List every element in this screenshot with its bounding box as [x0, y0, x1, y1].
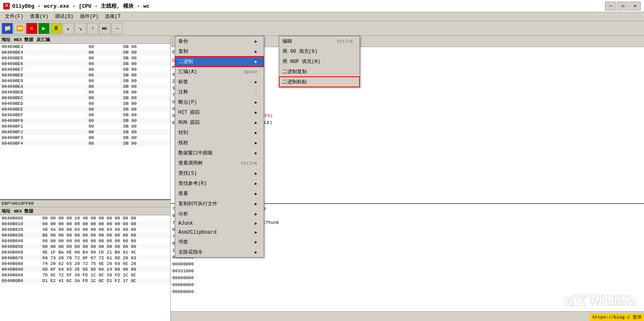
- hex-row[interactable]: 0040B070 69 73 20 70 72 6F 67 72 61 6D 2…: [0, 255, 170, 261]
- ebp-status: EBP=0019FF80: [0, 200, 170, 207]
- context-menu-item[interactable]: HIT 跟踪 ▶: [175, 107, 264, 117]
- context-menu-item[interactable]: 标签 : ▶: [175, 77, 264, 87]
- stack-row: 00000000: [172, 282, 642, 288]
- hex-row[interactable]: 0040B000 00 00 00 00 10 40 00 00 00 00 0…: [0, 215, 170, 221]
- context-menu-item[interactable]: Asm2Clipboard ▶: [175, 228, 264, 237]
- disasm-row[interactable]: 00409BEF 00 DB 00: [0, 112, 170, 118]
- window-controls[interactable]: ─ ▭ ✕: [605, 2, 641, 11]
- context-menu-item[interactable]: 复制到可执行文件 ▶: [175, 199, 264, 209]
- cm-item-right: : ▶: [241, 79, 257, 85]
- menu-plugins[interactable]: 插件(P): [77, 12, 102, 21]
- url-badge: https://blog.c 暂停: [590, 313, 644, 321]
- context-menu-item[interactable]: 备份 ▶: [175, 36, 264, 46]
- disasm-row[interactable]: 00409BE5 00 DB 00: [0, 55, 170, 61]
- context-menu-item[interactable]: 书签 ▶: [175, 237, 264, 247]
- toolbar-open[interactable]: 📁: [2, 23, 13, 34]
- minimize-button[interactable]: ─: [605, 2, 616, 11]
- context-menu-item[interactable]: RUN 跟踪 ▶: [175, 117, 264, 128]
- cm-item-label: 分析: [178, 210, 188, 217]
- toolbar-stop[interactable]: ✕: [26, 23, 37, 34]
- menu-file[interactable]: 文件(F): [2, 12, 27, 21]
- toolbar-step-in[interactable]: ↙: [63, 23, 74, 34]
- menu-view[interactable]: 查看(V): [27, 12, 52, 21]
- disasm-row[interactable]: 00409BE7 00 DB 00: [0, 67, 170, 72]
- toolbar-step-out[interactable]: ↑: [87, 23, 98, 34]
- disasm-row[interactable]: 00409BEB 00 DB 00: [0, 89, 170, 95]
- hex-row[interactable]: 0040B050 00 00 00 00 00 00 00 00 00 00 0…: [0, 244, 170, 249]
- maximize-button[interactable]: ▭: [617, 2, 629, 11]
- disasm-row[interactable]: 00409BF3 00 DB 00: [0, 135, 170, 141]
- hex-row-data: B8 00 00 00 00 00 00 00 00 00 00 00: [41, 232, 170, 238]
- cm-item-right: ▶: [255, 130, 257, 136]
- context-menu-item[interactable]: 注释 ;: [175, 87, 264, 97]
- stack-addr: 00000000: [172, 288, 201, 295]
- disasm-col-asm: 反汇编: [37, 37, 50, 43]
- context-menu-item[interactable]: 转到 ▶: [175, 128, 264, 138]
- hex-row[interactable]: 0040B060 0E 1F BA 0E 00 B4 09 CD 21 B8 0…: [0, 249, 170, 255]
- toolbar-back[interactable]: ⏪: [14, 23, 25, 34]
- toolbar-step-over[interactable]: ↘: [75, 23, 86, 34]
- cm-item-right: ▶: [255, 230, 257, 235]
- disasm-row[interactable]: 00409BE4 00 DB 00: [0, 50, 170, 55]
- disasm-asm: DB 00: [121, 95, 170, 101]
- cm-item-right: Space: [236, 69, 257, 75]
- disasm-row[interactable]: 00409BEA 00 DB 00: [0, 84, 170, 89]
- context-menu-item[interactable]: 查看 ▶: [175, 189, 264, 199]
- menu-debug[interactable]: 调试(D): [52, 12, 77, 21]
- disasm-row[interactable]: 00409BE9 00 DB 00: [0, 78, 170, 84]
- context-menu-item[interactable]: 线程 ▶: [175, 138, 264, 148]
- context-menu-item[interactable]: 数据窗口中跟随 ▶: [175, 148, 264, 158]
- hex-row-addr: 0040B010: [0, 221, 41, 227]
- disasm-row[interactable]: 00409BE6 00 DB 00: [0, 61, 170, 67]
- cm-item-label: RUN 跟踪: [178, 119, 200, 126]
- ebp-value: EBP=0019FF80: [2, 201, 34, 206]
- context-menu-item[interactable]: 二进制 ▶: [175, 56, 264, 67]
- disasm-row[interactable]: 00409BE8 00 DB 00: [0, 72, 170, 78]
- context-menu-item[interactable]: 查找参考(R) ▶: [175, 178, 264, 189]
- hex-row[interactable]: 0040B030 B8 00 00 00 00 00 00 00 00 00 0…: [0, 232, 170, 238]
- disasm-asm: DB 00: [121, 44, 170, 50]
- disasm-row[interactable]: 00409BE3 00 DB 00: [0, 44, 170, 50]
- toolbar-pause[interactable]: ⏸: [50, 23, 62, 34]
- hex-row[interactable]: 0040B0B0 D1 E2 41 0C 3A FD 1C 0C D1 F2 1…: [0, 278, 170, 284]
- hex-row[interactable]: 0040B010 00 00 00 00 00 00 00 00 00 00 0…: [0, 221, 170, 227]
- context-menu-item[interactable]: AJunk ▶: [175, 219, 264, 228]
- disasm-row[interactable]: 00409BF4 00 DB 00: [0, 141, 170, 146]
- hex-row-addr: 0040B0A0: [0, 272, 41, 278]
- hex-row-data: 4D 5A 90 00 03 00 00 00 04 00 00 00: [41, 227, 170, 232]
- disasm-row[interactable]: 00409BF1 00 DB 00: [0, 124, 170, 129]
- close-button[interactable]: ✕: [629, 2, 641, 11]
- disasm-asm: DB 00: [121, 61, 170, 67]
- disasm-row[interactable]: 00409BF0 00 DB 00: [0, 118, 170, 124]
- disasm-row[interactable]: 00409BEC 00 DB 00: [0, 95, 170, 101]
- cm-item-label: 书签: [178, 239, 188, 245]
- hex-row[interactable]: 0040B020 4D 5A 90 00 03 00 00 00 04 00 0…: [0, 227, 170, 232]
- disasm-addr: 00409BEB: [0, 89, 87, 95]
- toolbar-run[interactable]: ▶: [38, 23, 50, 34]
- hex-row[interactable]: 0040B080 74 20 62 65 20 72 75 6E 20 69 6…: [0, 261, 170, 267]
- stack-row: 00331000: [172, 268, 642, 275]
- toolbar-trace[interactable]: ⏭: [99, 23, 111, 34]
- hex-row[interactable]: 0040B040 00 00 00 00 00 00 00 00 00 00 0…: [0, 238, 170, 244]
- cm-item-label: 查找参考(R): [178, 180, 207, 187]
- menu-options[interactable]: 选项(T: [102, 12, 124, 21]
- hex-row[interactable]: 0040B090 6D 6F 64 65 2E 0D 0D 0A 24 00 0…: [0, 267, 170, 272]
- hex-row[interactable]: 0040B0A0 7D 9C 72 5F 39 FD 1C 0C 39 FD 1…: [0, 272, 170, 278]
- context-menu-item[interactable]: 去除花指令 ▶: [175, 247, 264, 257]
- disasm-hex: 00: [87, 61, 121, 67]
- hex-pane: 地址 HEX 数据 0040B000 00 00 00 00 10 40 00 …: [0, 207, 170, 321]
- toolbar-animate[interactable]: →: [111, 23, 123, 34]
- context-menu-item[interactable]: 汇编(A) Space: [175, 67, 264, 77]
- context-menu-item[interactable]: 复制 ▶: [175, 46, 264, 56]
- disasm-addr: 00409BF4: [0, 141, 87, 146]
- disasm-row[interactable]: 00409BED 00 DB 00: [0, 101, 170, 106]
- context-menu-item[interactable]: 查看调用树 Ctrl+K: [175, 158, 264, 168]
- context-menu[interactable]: 备份 ▶ 复制 ▶ 二进制: [175, 36, 264, 258]
- disasm-hex: 00: [87, 89, 121, 95]
- context-menu-item[interactable]: 查找(S) ▶: [175, 168, 264, 178]
- context-menu-item[interactable]: 断点(P) ▶: [175, 97, 264, 107]
- disasm-row[interactable]: 00409BEE 00 DB 00: [0, 106, 170, 112]
- context-menu-item[interactable]: 分析 ▶: [175, 209, 264, 219]
- cm-item-right: ;: [246, 89, 257, 95]
- disasm-row[interactable]: 00409BF2 00 DB 00: [0, 129, 170, 135]
